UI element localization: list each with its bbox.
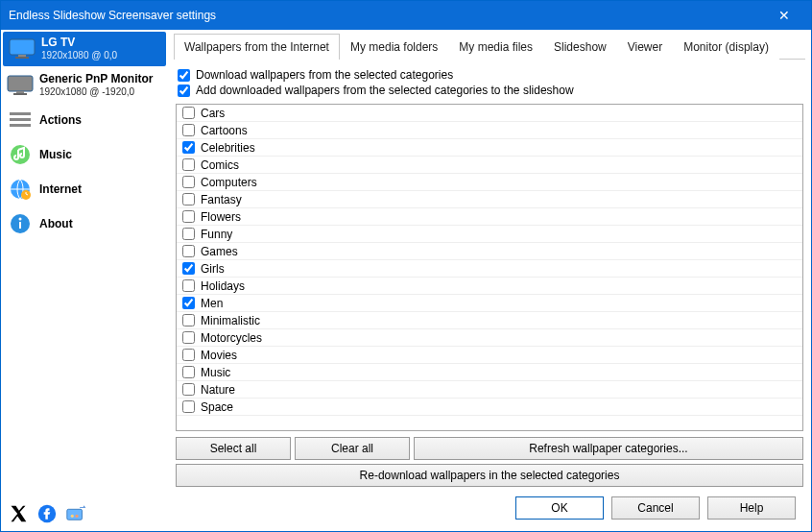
- category-list[interactable]: CarsCartoonsCelebritiesComicsComputersFa…: [176, 104, 803, 431]
- sidebar-icon: [7, 107, 34, 133]
- category-item[interactable]: Games: [177, 243, 802, 260]
- category-checkbox[interactable]: [182, 210, 195, 223]
- sidebar-item-sub: 1920x1080 @ 0,0: [41, 49, 117, 62]
- settings-window: Endless Slideshow Screensaver settings ✕…: [0, 0, 812, 532]
- window-title: Endless Slideshow Screensaver settings: [9, 9, 765, 22]
- svg-rect-5: [13, 93, 27, 95]
- category-checkbox[interactable]: [182, 141, 195, 154]
- category-item[interactable]: Funny: [177, 226, 802, 243]
- close-button[interactable]: ✕: [765, 8, 803, 23]
- tab-my-media-files[interactable]: My media files: [448, 34, 543, 60]
- dialog-footer: OK Cancel Help: [174, 489, 805, 527]
- option-add-checkbox[interactable]: [178, 85, 190, 97]
- sidebar-item-generic-pnp-monitor[interactable]: Generic PnP Monitor1920x1080 @ -1920,0: [1, 68, 168, 103]
- category-checkbox[interactable]: [182, 314, 195, 326]
- sidebar-item-about[interactable]: About: [1, 206, 168, 241]
- svg-point-14: [19, 218, 22, 221]
- tab-slideshow[interactable]: Slideshow: [543, 34, 617, 60]
- redownload-button[interactable]: Re-download wallpapers in the selected c…: [176, 464, 803, 487]
- svg-rect-0: [10, 39, 35, 55]
- category-checkbox[interactable]: [182, 176, 195, 188]
- category-item[interactable]: Comics: [177, 157, 802, 174]
- option-download-checkbox[interactable]: [178, 69, 190, 82]
- category-item[interactable]: Holidays: [177, 278, 802, 295]
- category-item[interactable]: Movies: [177, 347, 802, 364]
- sidebar-item-music[interactable]: Music: [1, 137, 168, 172]
- category-item[interactable]: Computers: [177, 174, 802, 191]
- option-download[interactable]: Download wallpapers from the selected ca…: [174, 67, 805, 83]
- category-item[interactable]: Motorcycles: [177, 329, 802, 347]
- title-bar: Endless Slideshow Screensaver settings ✕: [1, 1, 811, 30]
- category-checkbox[interactable]: [182, 228, 195, 240]
- tab-wallpapers-internet: Download wallpapers from the selected ca…: [174, 60, 805, 489]
- option-download-label: Download wallpapers from the selected ca…: [196, 68, 453, 82]
- option-add-label: Add downloaded wallpapers from the selec…: [196, 84, 574, 97]
- sidebar-item-internet[interactable]: Internet: [1, 172, 168, 206]
- sidebar-item-actions[interactable]: Actions: [1, 103, 168, 137]
- facebook-icon[interactable]: [37, 504, 57, 523]
- x-twitter-icon[interactable]: [9, 504, 28, 523]
- sidebar-icon: [7, 176, 34, 203]
- sidebar: LG TV1920x1080 @ 0,0 Generic PnP Monitor…: [1, 30, 168, 531]
- category-checkbox[interactable]: [182, 262, 195, 275]
- help-button[interactable]: Help: [707, 496, 796, 520]
- category-checkbox[interactable]: [182, 107, 195, 119]
- category-checkbox[interactable]: [182, 193, 195, 206]
- category-checkbox[interactable]: [182, 124, 195, 136]
- category-label: Celebrities: [201, 141, 255, 155]
- category-item[interactable]: Music: [177, 364, 802, 381]
- option-add-to-slideshow[interactable]: Add downloaded wallpapers from the selec…: [174, 83, 805, 98]
- svg-rect-1: [18, 55, 26, 57]
- tab-monitor-display-[interactable]: Monitor (display): [673, 34, 779, 60]
- category-item[interactable]: Cars: [177, 105, 802, 122]
- sidebar-item-lg-tv[interactable]: LG TV1920x1080 @ 0,0: [3, 32, 166, 66]
- svg-rect-16: [67, 509, 83, 520]
- share-icon[interactable]: [66, 504, 87, 523]
- category-item[interactable]: Celebrities: [177, 139, 802, 157]
- ok-button[interactable]: OK: [515, 496, 604, 520]
- svg-rect-13: [19, 222, 21, 229]
- sidebar-item-label: Music: [39, 148, 72, 161]
- sidebar-item-label: About: [39, 217, 73, 230]
- category-checkbox[interactable]: [182, 366, 195, 378]
- tab-my-media-folders[interactable]: My media folders: [340, 34, 448, 60]
- category-checkbox[interactable]: [182, 349, 195, 361]
- svg-rect-4: [16, 91, 24, 93]
- category-label: Flowers: [201, 210, 241, 224]
- category-label: Motorcycles: [201, 331, 262, 345]
- category-checkbox[interactable]: [182, 383, 195, 396]
- svg-rect-8: [10, 124, 31, 127]
- sidebar-item-label: LG TV: [41, 36, 117, 49]
- tab-wallpapers-from-the-internet[interactable]: Wallpapers from the Internet: [174, 34, 340, 60]
- category-label: Nature: [201, 383, 235, 397]
- category-checkbox[interactable]: [182, 245, 195, 257]
- category-item[interactable]: Cartoons: [177, 122, 802, 139]
- sidebar-footer: [1, 496, 168, 531]
- svg-point-11: [21, 190, 31, 200]
- category-label: Computers: [201, 176, 257, 189]
- category-item[interactable]: Minimalistic: [177, 312, 802, 329]
- category-checkbox[interactable]: [182, 331, 195, 344]
- category-label: Comics: [201, 158, 239, 172]
- category-item[interactable]: Men: [177, 295, 802, 312]
- category-label: Games: [201, 245, 238, 258]
- category-item[interactable]: Flowers: [177, 208, 802, 226]
- svg-rect-6: [10, 112, 31, 115]
- category-label: Space: [201, 400, 233, 414]
- category-checkbox[interactable]: [182, 279, 195, 292]
- refresh-categories-button[interactable]: Refresh wallpaper categories...: [414, 437, 803, 460]
- svg-rect-7: [10, 118, 31, 121]
- category-item[interactable]: Nature: [177, 381, 802, 399]
- category-item[interactable]: Girls: [177, 260, 802, 278]
- category-checkbox[interactable]: [182, 158, 195, 171]
- category-checkbox[interactable]: [182, 297, 195, 309]
- category-item[interactable]: Fantasy: [177, 191, 802, 208]
- category-item[interactable]: Space: [177, 399, 802, 416]
- category-checkbox[interactable]: [182, 400, 195, 413]
- clear-all-button[interactable]: Clear all: [295, 437, 410, 460]
- tab-viewer[interactable]: Viewer: [617, 34, 673, 60]
- category-label: Fantasy: [201, 193, 242, 206]
- cancel-button[interactable]: Cancel: [611, 496, 700, 520]
- category-label: Music: [201, 366, 230, 379]
- select-all-button[interactable]: Select all: [176, 437, 291, 460]
